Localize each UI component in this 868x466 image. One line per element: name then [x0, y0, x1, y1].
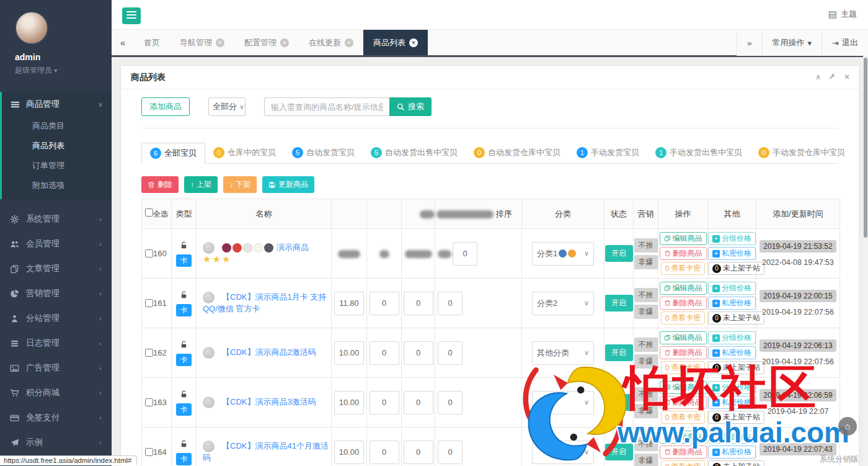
edit-goods-button[interactable]: 编辑商品 — [660, 331, 707, 344]
close-icon[interactable]: ✕ — [409, 38, 418, 47]
row-checkbox[interactable] — [145, 349, 153, 357]
filter-tab-auto-ship-warehouse[interactable]: 0自动发货仓库中宝贝 — [466, 142, 569, 163]
delete-goods-button[interactable]: 删除商品 — [660, 247, 707, 260]
delete-goods-button[interactable]: 删除商品 — [660, 297, 707, 310]
tabs-scroll-right-icon[interactable]: » — [737, 30, 761, 56]
tab-goods-list[interactable]: 商品列表✕ — [363, 30, 428, 55]
add-goods-button[interactable]: 添加商品 — [141, 97, 190, 116]
sort-input[interactable] — [438, 292, 463, 315]
edit-goods-button[interactable]: 编辑商品 — [660, 381, 707, 394]
sidebar-group-logs[interactable]: 日志管理‹ — [0, 331, 112, 356]
sidebar-group-marketing[interactable]: 营销管理‹ — [0, 281, 112, 306]
filter-tab-auto-ship-selling[interactable]: 5自动发货出售中宝贝 — [363, 142, 466, 163]
private-price-button[interactable]: 私密价格 — [708, 247, 756, 260]
close-icon[interactable]: ✕ — [345, 38, 353, 47]
value-input[interactable] — [404, 292, 433, 315]
sub-site-status-button[interactable]: 0未上架子站 — [708, 262, 764, 275]
category-filter-select[interactable]: 全部分∨ — [208, 97, 246, 116]
delete-goods-button[interactable]: 删除商品 — [660, 446, 707, 459]
status-toggle-button[interactable]: 开启 — [605, 344, 633, 361]
view-card-secrets-button[interactable]: 0查看卡密 — [661, 311, 706, 325]
bulk-on-shelf-button[interactable]: ↑上架 — [184, 176, 218, 193]
filter-tab-manual-ship[interactable]: 1手动发货宝贝 — [569, 142, 647, 163]
value-input[interactable] — [404, 341, 433, 365]
tab-online-update[interactable]: 在线更新✕ — [299, 30, 363, 55]
product-name-link[interactable]: 【CDK】演示商品1月卡 支持QQ/微信 官方卡 — [203, 292, 326, 313]
row-checkbox[interactable] — [145, 448, 153, 456]
sort-input[interactable] — [453, 242, 477, 266]
sub-site-status-button[interactable]: 0未上架子站 — [708, 460, 764, 466]
edit-goods-button[interactable]: 编辑商品 — [660, 282, 707, 295]
collapse-panel-icon[interactable]: ∧ — [815, 73, 821, 83]
sort-input[interactable] — [438, 341, 463, 365]
sidebar-item-extra-options[interactable]: 附加选项 — [2, 176, 112, 195]
sort-input[interactable] — [438, 441, 463, 464]
sub-site-status-button[interactable]: 0未上架子站 — [708, 411, 764, 424]
home-floating-button[interactable]: ⌂ — [838, 417, 857, 436]
search-input[interactable] — [264, 97, 389, 116]
filter-tab-manual-ship-warehouse[interactable]: 0手动发货仓库中宝贝 — [750, 142, 853, 163]
category-select[interactable]: 分类2∨ — [532, 292, 594, 315]
filter-tab-all[interactable]: 6全部宝贝 — [141, 143, 205, 164]
value-input[interactable] — [370, 341, 399, 365]
delete-goods-button[interactable]: 删除商品 — [660, 396, 707, 409]
bulk-delete-button[interactable]: 删除 — [141, 176, 179, 193]
status-toggle-button[interactable]: 开启 — [605, 295, 633, 311]
group-price-button[interactable]: 分组价格 — [708, 232, 756, 245]
sidebar-item-order-management[interactable]: 订单管理 — [2, 156, 112, 176]
view-card-secrets-button[interactable]: 0查看卡密 — [661, 411, 706, 424]
sidebar-group-example[interactable]: 示例‹ — [0, 430, 112, 455]
private-price-button[interactable]: 私密价格 — [708, 446, 756, 459]
category-select[interactable]: ∨ — [532, 441, 594, 464]
sidebar-group-payment[interactable]: 免签支付‹ — [0, 405, 112, 430]
filter-tab-auto-ship[interactable]: 5自动发货宝贝 — [284, 142, 363, 163]
logout-button[interactable]: ⇥退出 — [822, 30, 868, 56]
close-icon[interactable]: ✕ — [216, 38, 224, 47]
product-name-link[interactable]: 演示商品 — [277, 243, 309, 252]
sidebar-group-ads[interactable]: 广告管理‹ — [0, 356, 112, 380]
filter-tab-warehouse[interactable]: 0仓库中的宝贝 — [205, 142, 284, 163]
product-name-link[interactable]: 【CDK】演示商品41个月激活码 — [203, 441, 329, 462]
bulk-off-shelf-button[interactable]: ↓下架 — [223, 176, 257, 193]
category-select[interactable]: ∨ — [532, 391, 594, 414]
status-toggle-button[interactable]: 开启 — [605, 245, 633, 262]
delete-goods-button[interactable]: 删除商品 — [660, 346, 707, 359]
row-checkbox[interactable] — [145, 249, 153, 258]
price-input[interactable] — [334, 341, 364, 365]
user-role[interactable]: 超级管理员 ▾ — [15, 65, 112, 76]
sidebar-group-points-mall[interactable]: 积分商城‹ — [0, 380, 112, 405]
value-input[interactable] — [404, 391, 433, 414]
close-panel-icon[interactable]: ✕ — [844, 73, 850, 83]
status-toggle-button[interactable]: 开启 — [605, 394, 633, 411]
sidebar-group-goods-header[interactable]: 商品管理 ∨ — [2, 92, 112, 116]
value-input[interactable] — [404, 441, 433, 464]
search-button[interactable]: 搜索 — [389, 97, 432, 116]
group-price-button[interactable]: 分组价格 — [708, 381, 756, 394]
price-input[interactable] — [334, 292, 364, 315]
scrollbar-thumb[interactable] — [864, 58, 867, 238]
close-icon[interactable]: ✕ — [280, 38, 289, 47]
price-input[interactable] — [334, 391, 364, 414]
sub-site-status-button[interactable]: 0未上架子站 — [708, 361, 764, 374]
private-price-button[interactable]: 私密价格 — [708, 346, 756, 359]
value-input[interactable] — [370, 441, 399, 464]
edit-goods-button[interactable]: 编辑商品 — [660, 232, 707, 245]
theme-button[interactable]: ▤主题 — [828, 9, 857, 20]
status-toggle-button[interactable]: 开启 — [605, 444, 633, 460]
scrollbar[interactable] — [863, 56, 868, 466]
row-checkbox[interactable] — [145, 398, 153, 406]
sidebar-item-goods-category[interactable]: 商品类目 — [2, 116, 112, 136]
private-price-button[interactable]: 私密价格 — [708, 396, 756, 409]
tab-home[interactable]: 首页 — [134, 30, 170, 55]
hamburger-menu-button[interactable] — [122, 7, 141, 24]
filter-tab-manual-ship-selling[interactable]: 1手动发货出售中宝贝 — [647, 142, 750, 163]
view-card-secrets-button[interactable]: 0查看卡密 — [661, 262, 706, 275]
product-name-link[interactable]: 【CDK】演示商品3激活码 — [222, 397, 316, 406]
value-input[interactable] — [370, 292, 399, 315]
category-select[interactable]: 其他分类∨ — [532, 341, 594, 365]
select-all-checkbox[interactable] — [145, 208, 153, 217]
tabs-scroll-left-icon[interactable]: « — [112, 30, 134, 55]
sidebar-item-goods-list[interactable]: 商品列表 — [2, 136, 112, 156]
sidebar-group-members[interactable]: 会员管理‹ — [0, 231, 112, 256]
sidebar-group-subsites[interactable]: 分站管理‹ — [0, 306, 112, 331]
